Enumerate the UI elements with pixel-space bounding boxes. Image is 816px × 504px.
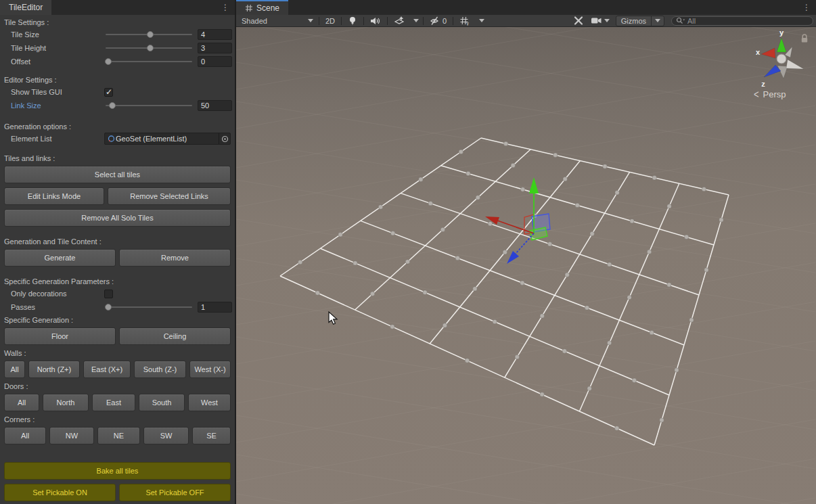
generate-remove-row: Generate Remove — [4, 249, 231, 267]
grid-dropdown[interactable] — [474, 16, 486, 26]
projection-toggle[interactable]: < Persp — [754, 89, 786, 99]
corners-buttons-row: All NW NE SW SE — [4, 427, 231, 444]
select-all-tiles-row: Select all tiles — [4, 166, 231, 183]
chevron-down-icon — [479, 19, 484, 22]
tabbar-spacer — [51, 0, 216, 15]
scene-menu-icon[interactable]: ⋮ — [797, 0, 816, 15]
link-size-field[interactable]: 50 — [198, 100, 232, 111]
toolbar-divider — [319, 17, 319, 25]
object-picker-button[interactable] — [219, 133, 230, 144]
doors-north-button[interactable]: North — [43, 394, 89, 411]
element-list-object-field[interactable]: GeoSet (ElementList) — [104, 133, 231, 145]
scene-audio-toggle[interactable] — [367, 16, 384, 26]
section-walls: Walls : — [3, 348, 232, 359]
corners-ne-button[interactable]: NE — [97, 427, 140, 444]
section-generation-options: Generation options : — [3, 122, 232, 132]
prefab-icon — [107, 135, 116, 143]
walls-west-button[interactable]: West (X-) — [189, 361, 231, 378]
section-tiles-and-links: Tiles and links : — [3, 154, 232, 164]
offset-field[interactable]: 0 — [198, 56, 232, 67]
2d-toggle-button[interactable]: 2D — [322, 16, 338, 26]
tile-height-slider[interactable] — [104, 41, 194, 55]
search-icon — [676, 17, 685, 24]
tile-size-field[interactable]: 4 — [198, 29, 232, 40]
component-tools-button[interactable] — [570, 16, 587, 26]
scene-lighting-toggle[interactable] — [344, 16, 361, 26]
floor-button[interactable]: Floor — [4, 327, 116, 345]
set-pickable-on-button[interactable]: Set Pickable ON — [4, 484, 116, 501]
tile-editor-panel: TileEditor ⋮ Tile Settings : Tile Size 4… — [0, 0, 236, 504]
tile-size-slider[interactable] — [104, 28, 194, 41]
scene-tabbar-spacer — [288, 0, 797, 15]
doors-west-button[interactable]: West — [188, 394, 231, 411]
set-pickable-off-button[interactable]: Set Pickable OFF — [119, 484, 231, 501]
draw-mode-dropdown[interactable]: Shaded — [239, 16, 316, 26]
camera-icon — [591, 16, 602, 25]
tile-size-label: Tile Size — [11, 30, 104, 39]
only-decorations-checkbox[interactable] — [104, 290, 113, 298]
scene-viewport[interactable]: yxz < Persp — [236, 27, 816, 504]
panel-menu-icon[interactable]: ⋮ — [216, 0, 235, 15]
show-tiles-gui-checkbox[interactable] — [104, 88, 113, 97]
tile-height-label: Tile Height — [11, 44, 104, 52]
walls-north-button[interactable]: North (Z+) — [28, 361, 80, 378]
passes-label: Passes — [11, 303, 104, 311]
gizmos-label: Gizmos — [616, 17, 651, 25]
links-buttons-row: Edit Links Mode Remove Selected Links — [4, 187, 231, 205]
generate-button[interactable]: Generate — [4, 249, 116, 267]
floor-ceiling-row: Floor Ceiling — [4, 327, 231, 345]
scene-view-lock[interactable] — [800, 33, 809, 45]
doors-buttons-row: All North East South West — [4, 394, 231, 411]
tile-height-slider-thumb[interactable] — [147, 45, 154, 51]
eye-slash-icon — [430, 16, 441, 26]
scene-search-input[interactable]: All — [671, 16, 813, 26]
ceiling-button[interactable]: Ceiling — [119, 327, 231, 345]
link-size-slider[interactable] — [104, 99, 194, 112]
gizmos-dropdown[interactable]: Gizmos — [616, 16, 664, 26]
scene-camera-settings-button[interactable] — [587, 16, 613, 26]
select-all-tiles-button[interactable]: Select all tiles — [4, 166, 231, 183]
passes-slider[interactable] — [104, 300, 194, 314]
remove-button[interactable]: Remove — [119, 249, 231, 267]
doors-south-button[interactable]: South — [139, 394, 185, 411]
scene-panel: Scene ⋮ Shaded 2D — [236, 0, 816, 504]
remove-selected-links-button[interactable]: Remove Selected Links — [108, 187, 231, 205]
tab-scene[interactable]: Scene — [236, 0, 288, 15]
gizmos-caret[interactable] — [651, 16, 664, 26]
corners-nw-button[interactable]: NW — [49, 427, 94, 444]
passes-field[interactable]: 1 — [198, 302, 232, 313]
chevron-down-icon — [308, 19, 313, 22]
bake-all-tiles-button[interactable]: Bake all tiles — [4, 462, 231, 480]
walls-east-button[interactable]: East (X+) — [83, 361, 131, 378]
corners-all-button[interactable]: All — [4, 427, 46, 444]
doors-east-button[interactable]: East — [92, 394, 135, 411]
doors-all-button[interactable]: All — [4, 394, 39, 411]
corners-sw-button[interactable]: SW — [143, 427, 189, 444]
offset-slider[interactable] — [104, 55, 194, 68]
scene-3d-canvas[interactable]: yxz — [236, 27, 815, 504]
grid-visibility-toggle[interactable]: y — [456, 16, 474, 26]
effects-dropdown[interactable] — [408, 16, 420, 26]
walls-south-button[interactable]: South (Z-) — [134, 361, 186, 378]
walls-all-button[interactable]: All — [4, 361, 25, 378]
offset-slider-thumb[interactable] — [105, 58, 112, 65]
lock-icon — [800, 33, 809, 43]
edit-links-mode-button[interactable]: Edit Links Mode — [4, 187, 104, 205]
only-decorations-label: Only decorations — [11, 290, 104, 298]
object-picker-icon — [221, 135, 229, 143]
passes-slider-thumb[interactable] — [105, 304, 112, 311]
chevron-down-icon — [655, 19, 660, 22]
corners-se-button[interactable]: SE — [192, 427, 231, 444]
scene-effects-toggle[interactable] — [390, 16, 408, 26]
section-specific-params: Specific Generation Parameters : — [3, 277, 232, 287]
pickable-row: Set Pickable ON Set Pickable OFF — [4, 484, 231, 501]
show-tiles-gui-label: Show Tiles GUI — [11, 88, 104, 96]
audio-speaker-icon — [370, 16, 381, 26]
tile-size-slider-thumb[interactable] — [147, 31, 154, 38]
hidden-objects-toggle[interactable]: 0 — [426, 16, 450, 26]
tile-height-field[interactable]: 3 — [198, 43, 232, 53]
remove-all-solo-tiles-button[interactable]: Remove All Solo Tiles — [4, 209, 231, 227]
link-size-slider-thumb[interactable] — [109, 102, 116, 109]
element-list-row: Element List GeoSet (ElementList) — [3, 132, 232, 145]
tab-tile-editor[interactable]: TileEditor — [0, 0, 51, 15]
